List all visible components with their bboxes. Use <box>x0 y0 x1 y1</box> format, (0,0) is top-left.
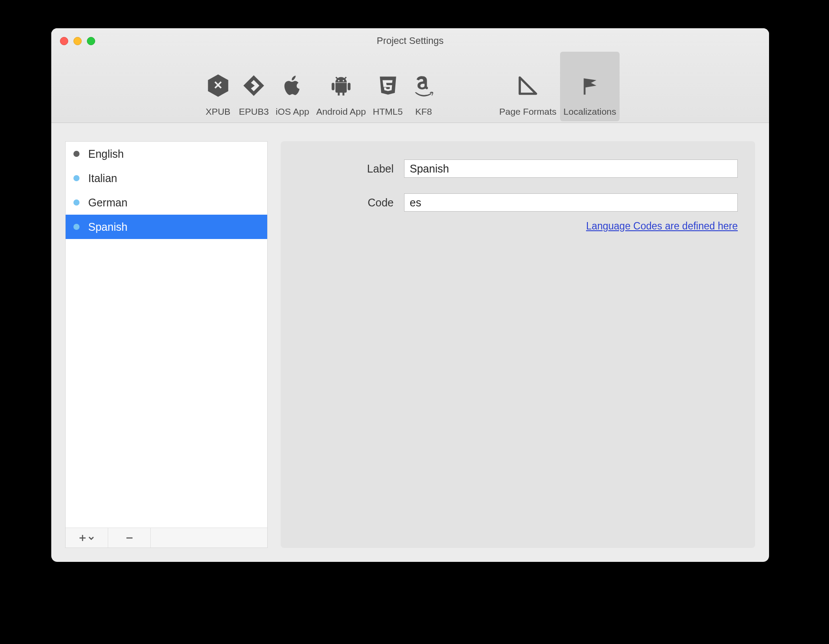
toolbar-localizations[interactable]: Localizations <box>560 52 620 121</box>
primary-language-dot-icon <box>73 151 80 157</box>
toolbar-label: HTML5 <box>373 106 403 117</box>
code-caption: Code <box>298 196 394 209</box>
language-codes-link-row: Language Codes are defined here <box>298 220 738 232</box>
language-name: German <box>88 196 127 209</box>
toolbar-html5[interactable]: HTML5 <box>369 52 406 121</box>
toolbar-android-app[interactable]: Android App <box>313 52 369 121</box>
list-footer <box>66 528 267 548</box>
label-input[interactable] <box>404 159 738 178</box>
toolbar-epub3[interactable]: EPUB3 <box>235 52 272 121</box>
language-name: Spanish <box>88 221 127 233</box>
content-area: English Italian German Spanish <box>51 123 769 562</box>
amazon-icon <box>410 72 438 100</box>
html5-icon <box>374 72 402 100</box>
page-formats-icon <box>514 72 542 100</box>
window-title: Project Settings <box>51 35 769 46</box>
language-name: Italian <box>88 172 117 185</box>
language-item-english[interactable]: English <box>66 142 267 166</box>
code-input[interactable] <box>404 193 738 212</box>
language-dot-icon <box>73 175 80 181</box>
language-details-panel: Label Code Language Codes are defined he… <box>281 141 755 548</box>
label-row: Label <box>298 159 738 178</box>
toolbar-label: EPUB3 <box>239 106 269 117</box>
android-icon <box>327 72 355 100</box>
xpub-icon: ✕ <box>204 72 232 100</box>
add-language-button[interactable] <box>66 528 108 548</box>
project-settings-window: Project Settings ✕ XPUB EPUB3 <box>51 28 769 562</box>
label-caption: Label <box>298 163 394 175</box>
toolbar-label: KF8 <box>415 106 432 117</box>
toolbar-group-layout: Page Formats Localizations <box>496 52 620 121</box>
toolbar-group-formats: ✕ XPUB EPUB3 iOS App <box>201 52 441 121</box>
toolbar-label: XPUB <box>206 106 230 117</box>
svg-text:✕: ✕ <box>213 79 223 91</box>
toolbar-kf8[interactable]: KF8 <box>406 52 441 121</box>
language-dot-icon <box>73 224 80 230</box>
code-row: Code <box>298 193 738 212</box>
toolbar-label: Localizations <box>564 106 616 117</box>
toolbar-ios-app[interactable]: iOS App <box>272 52 313 121</box>
toolbar-label: Android App <box>316 106 366 117</box>
languages-list: English Italian German Spanish <box>66 142 267 528</box>
language-dot-icon <box>73 199 80 206</box>
apple-icon <box>279 72 306 100</box>
language-item-german[interactable]: German <box>66 190 267 215</box>
svg-marker-2 <box>243 75 264 96</box>
toolbar: ✕ XPUB EPUB3 iOS App <box>51 52 769 121</box>
titlebar: Project Settings ✕ XPUB EPUB3 <box>51 28 769 123</box>
remove-language-button[interactable] <box>108 528 151 548</box>
toolbar-label: Page Formats <box>499 106 557 117</box>
flag-icon <box>576 72 604 100</box>
languages-sidebar: English Italian German Spanish <box>65 141 268 548</box>
language-item-spanish[interactable]: Spanish <box>66 215 267 239</box>
language-codes-link[interactable]: Language Codes are defined here <box>586 220 738 232</box>
toolbar-xpub[interactable]: ✕ XPUB <box>201 52 235 121</box>
epub3-icon <box>240 72 268 100</box>
language-name: English <box>88 148 124 160</box>
toolbar-label: iOS App <box>276 106 309 117</box>
language-item-italian[interactable]: Italian <box>66 166 267 190</box>
toolbar-page-formats[interactable]: Page Formats <box>496 52 560 121</box>
